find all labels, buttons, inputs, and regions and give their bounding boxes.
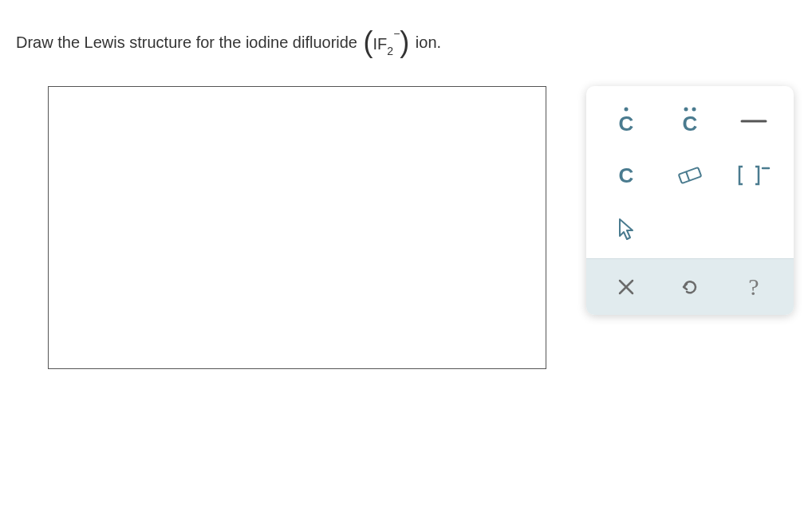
help-button[interactable]: ? — [737, 270, 771, 304]
atom-tool[interactable]: C — [608, 157, 644, 194]
drawing-canvas[interactable] — [48, 86, 546, 369]
svg-rect-7 — [679, 167, 702, 183]
question-text: Draw the Lewis structure for the iodine … — [16, 24, 796, 64]
eraser-tool[interactable] — [672, 157, 708, 194]
help-icon: ? — [748, 273, 759, 301]
pointer-tool[interactable] — [608, 211, 644, 248]
svg-point-2 — [684, 108, 688, 112]
svg-text:C: C — [619, 163, 634, 187]
tool-grid: C C — [586, 86, 794, 258]
clear-button[interactable] — [609, 270, 643, 304]
action-row: ? — [586, 258, 794, 315]
svg-point-3 — [692, 108, 696, 112]
lone-pair-tool[interactable]: C — [672, 103, 708, 140]
svg-text:C: C — [619, 112, 634, 136]
bond-tool[interactable] — [735, 103, 772, 140]
question-suffix: ion. — [411, 33, 441, 51]
svg-point-0 — [625, 108, 629, 112]
chemical-formula: (IF2−) — [362, 24, 412, 64]
question-prefix: Draw the Lewis structure for the iodine … — [16, 33, 362, 51]
bracket-charge-tool[interactable] — [735, 157, 772, 194]
svg-text:C: C — [683, 112, 698, 136]
toolbox: C C — [586, 86, 794, 315]
lone-electron-tool[interactable]: C — [608, 103, 644, 140]
svg-line-8 — [686, 172, 689, 181]
undo-button[interactable] — [673, 270, 707, 304]
work-area: C C — [16, 86, 796, 369]
